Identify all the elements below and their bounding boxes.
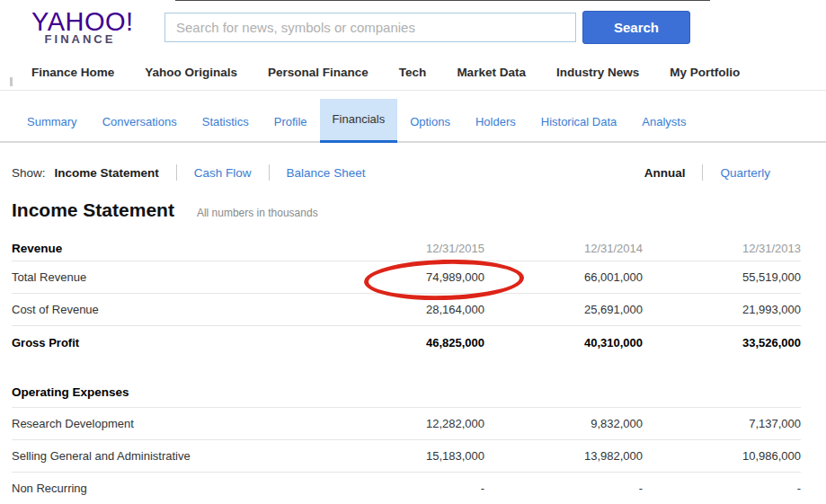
cell-value: 55,519,000 — [643, 270, 801, 284]
cell-value: 66,001,000 — [484, 270, 643, 284]
table-row: Research Development12,282,0009,832,0007… — [12, 408, 801, 440]
table-header-row: Revenue 12/31/2015 12/31/2014 12/31/2013 — [12, 235, 801, 261]
nav-item-market-data[interactable]: Market Data — [457, 66, 526, 79]
table-row: Cost of Revenue28,164,00025,691,00021,99… — [12, 294, 801, 326]
table-row: Non Recurring--- — [12, 473, 801, 504]
cell-value: 40,310,000 — [484, 336, 643, 349]
separator — [176, 164, 177, 181]
row-label: Non Recurring — [12, 482, 326, 495]
cell-value: 12,282,000 — [326, 417, 484, 430]
tab-holders[interactable]: Holders — [463, 101, 528, 143]
row-label: Selling General and Administrative — [12, 449, 326, 463]
tab-analysts[interactable]: Analysts — [629, 101, 698, 143]
cell-value: 13,982,000 — [484, 449, 643, 463]
quote-tabbar: SummaryConversationsStatisticsProfileFin… — [0, 91, 826, 143]
section-header-row: Operating Expenses — [12, 379, 801, 408]
logo-finance-text: FINANCE — [31, 32, 129, 46]
cell-value: 7,137,000 — [643, 417, 801, 430]
logo-yahoo-text: YAHOO! — [31, 9, 129, 34]
row-label: Gross Profit — [12, 336, 326, 349]
column-date: 12/31/2013 — [643, 242, 801, 255]
tab-summary[interactable]: Summary — [14, 101, 90, 143]
edge-artifact — [10, 77, 13, 86]
tab-conversations[interactable]: Conversations — [90, 101, 190, 143]
row-label: Total Revenue — [12, 270, 326, 284]
crop-artifact-line — [175, 0, 710, 1]
nav-item-yahoo-originals[interactable]: Yahoo Originals — [145, 66, 237, 79]
tab-options[interactable]: Options — [397, 101, 463, 143]
nav-item-tech[interactable]: Tech — [399, 66, 427, 79]
statement-controls: Show: Income StatementCash FlowBalance S… — [0, 164, 826, 181]
nav-item-finance-home[interactable]: Finance Home — [31, 66, 114, 79]
yahoo-finance-logo[interactable]: YAHOO! FINANCE — [31, 9, 129, 46]
statement-link-balance-sheet[interactable]: Balance Sheet — [287, 166, 366, 180]
cell-value: 25,691,000 — [484, 303, 643, 316]
cell-value: 28,164,000 — [326, 303, 484, 316]
tab-profile[interactable]: Profile — [262, 101, 320, 143]
cell-value: 74,989,000 — [326, 270, 484, 284]
tab-statistics[interactable]: Statistics — [190, 101, 262, 143]
search-button[interactable]: Search — [582, 11, 690, 44]
table-row: Total Revenue74,989,00066,001,00055,519,… — [12, 261, 801, 294]
statement-link-cash-flow[interactable]: Cash Flow — [194, 166, 252, 180]
cell-value: 46,825,000 — [326, 336, 484, 349]
cell-value: - — [484, 482, 643, 495]
units-note: All numbers in thousands — [197, 207, 318, 219]
table-row: Selling General and Administrative15,183… — [12, 440, 801, 473]
top-navigation: Finance HomeYahoo OriginalsPersonal Fina… — [0, 54, 826, 91]
row-label: Operating Expenses — [12, 385, 326, 399]
tab-historical-data[interactable]: Historical Data — [528, 101, 630, 143]
column-date: 12/31/2014 — [484, 242, 643, 255]
period-link-annual[interactable]: Annual — [644, 166, 686, 180]
separator — [702, 164, 703, 181]
period-link-quarterly[interactable]: Quarterly — [720, 166, 770, 180]
row-label: Research Development — [12, 417, 326, 430]
nav-item-personal-finance[interactable]: Personal Finance — [268, 66, 369, 79]
nav-item-industry-news[interactable]: Industry News — [556, 66, 639, 79]
section-header-label: Revenue — [12, 242, 326, 255]
title-row: Income Statement All numbers in thousand… — [0, 199, 826, 221]
statement-link-income-statement[interactable]: Income Statement — [55, 166, 159, 180]
cell-value: 10,986,000 — [643, 449, 801, 463]
table-row: Gross Profit46,825,00040,310,00033,526,0… — [12, 326, 801, 358]
search-input[interactable] — [164, 13, 576, 42]
cell-value: 15,183,000 — [326, 449, 484, 463]
statement-switcher: Show: Income StatementCash FlowBalance S… — [12, 164, 365, 181]
page-title: Income Statement — [12, 199, 174, 221]
row-label: Cost of Revenue — [12, 303, 326, 316]
separator — [269, 164, 270, 181]
show-label: Show: — [12, 166, 46, 180]
cell-value: 21,993,000 — [643, 303, 801, 316]
cell-value: 9,832,000 — [484, 417, 643, 430]
column-date: 12/31/2015 — [326, 242, 484, 255]
cell-value: - — [326, 482, 484, 495]
period-switcher: AnnualQuarterly — [644, 164, 770, 181]
nav-item-my-portfolio[interactable]: My Portfolio — [670, 66, 740, 79]
cell-value: - — [643, 482, 801, 495]
masthead: YAHOO! FINANCE Search — [0, 0, 826, 54]
financial-table: Revenue 12/31/2015 12/31/2014 12/31/2013… — [12, 235, 801, 504]
tab-financials[interactable]: Financials — [320, 99, 398, 143]
cell-value: 33,526,000 — [643, 336, 801, 349]
